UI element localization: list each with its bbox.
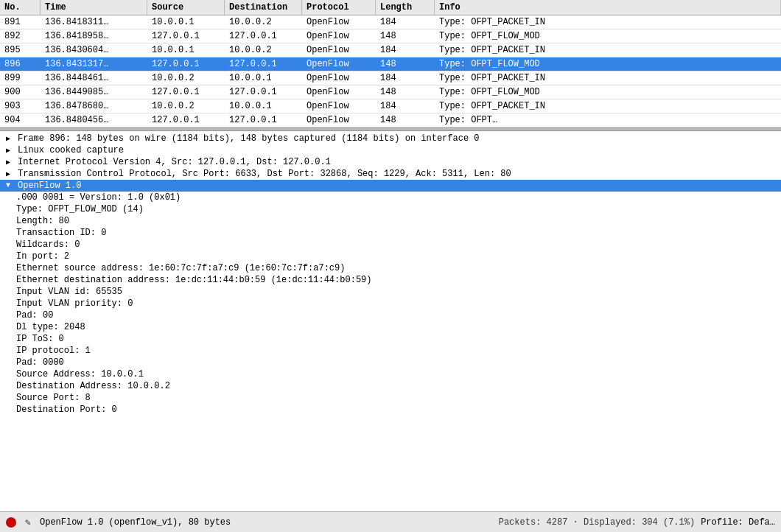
cell-dest: 10.0.0.1: [225, 71, 302, 85]
of-field-line: Wildcards: 0: [0, 239, 781, 251]
of-field-line: Ethernet source address: 1e:60:7c:7f:a7:…: [0, 262, 781, 274]
cell-no: 892: [0, 29, 41, 43]
linux-text: Linux cooked capture: [18, 145, 775, 155]
cell-len: 184: [376, 71, 435, 85]
tcp-text: Transmission Control Protocol, Src Port:…: [18, 169, 775, 179]
col-protocol: Protocol: [302, 0, 376, 15]
status-profile: Profile: Defa…: [701, 517, 775, 528]
of-field-line: Source Port: 8: [0, 392, 781, 404]
cell-dest: 127.0.0.1: [225, 113, 302, 127]
cell-info: Type: OFPT_FLOW_MOD: [435, 57, 781, 71]
cell-len: 148: [376, 85, 435, 99]
linux-row[interactable]: ▶ Linux cooked capture: [0, 144, 781, 156]
linux-expand-icon: ▶: [6, 146, 16, 155]
table-row[interactable]: 903136.8478680…10.0.0.210.0.0.1OpenFlow1…: [0, 99, 781, 113]
cell-time: 136.8480456…: [41, 113, 147, 127]
capture-stop-button[interactable]: [6, 517, 16, 528]
cell-info: Type: OFPT_PACKET_IN: [435, 99, 781, 113]
cell-info: Type: OFPT…: [435, 113, 781, 127]
cell-time: 136.8430604…: [41, 43, 147, 57]
of-field-line: Destination Port: 0: [0, 404, 781, 416]
of-field-line: Destination Address: 10.0.0.2: [0, 380, 781, 392]
cell-info: Type: OFPT_PACKET_IN: [435, 15, 781, 29]
table-row[interactable]: 899136.8448461…10.0.0.210.0.0.1OpenFlow1…: [0, 71, 781, 85]
col-info: Info: [435, 0, 781, 15]
cell-source: 10.0.0.2: [147, 71, 225, 85]
tcp-row[interactable]: ▶ Transmission Control Protocol, Src Por…: [0, 168, 781, 180]
cell-dest: 127.0.0.1: [225, 29, 302, 43]
cell-time: 136.8449085…: [41, 85, 147, 99]
cell-info: Type: OFPT_FLOW_MOD: [435, 29, 781, 43]
table-row[interactable]: 895136.8430604…10.0.0.110.0.0.2OpenFlow1…: [0, 43, 781, 57]
cell-source: 10.0.0.1: [147, 15, 225, 29]
of-field-line: Pad: 0000: [0, 357, 781, 368]
openflow-row[interactable]: ▼ OpenFlow 1.0: [0, 180, 781, 192]
cell-time: 136.8418311…: [41, 15, 147, 29]
table-row[interactable]: 904136.8480456…127.0.0.1127.0.0.1OpenFlo…: [0, 113, 781, 127]
cell-time: 136.8448461…: [41, 71, 147, 85]
cell-dest: 127.0.0.1: [225, 57, 302, 71]
cell-proto: OpenFlow: [302, 99, 376, 113]
cell-len: 184: [376, 15, 435, 29]
of-field-line: Type: OFPT_FLOW_MOD (14): [0, 203, 781, 215]
cell-info: Type: OFPT_FLOW_MOD: [435, 85, 781, 99]
openflow-fields: .000 0001 = Version: 1.0 (0x01)Type: OFP…: [0, 192, 781, 416]
col-source: Source: [147, 0, 225, 15]
cell-source: 127.0.0.1: [147, 57, 225, 71]
of-field-line: Ethernet destination address: 1e:dc:11:4…: [0, 274, 781, 286]
cell-no: 895: [0, 43, 41, 57]
status-bar: ✎ OpenFlow 1.0 (openflow_v1), 80 bytes P…: [0, 511, 781, 532]
of-field-line: .000 0001 = Version: 1.0 (0x01): [0, 192, 781, 203]
cell-len: 148: [376, 29, 435, 43]
cell-source: 10.0.0.2: [147, 99, 225, 113]
cell-dest: 10.0.0.2: [225, 15, 302, 29]
status-file-info: OpenFlow 1.0 (openflow_v1), 80 bytes: [40, 517, 493, 528]
cell-time: 136.8431317…: [41, 57, 147, 71]
of-field-line: Pad: 00: [0, 309, 781, 321]
packet-list: No. Time Source Destination Protocol Len…: [0, 0, 781, 127]
cell-no: 896: [0, 57, 41, 71]
cell-proto: OpenFlow: [302, 29, 376, 43]
col-destination: Destination: [225, 0, 302, 15]
cell-proto: OpenFlow: [302, 57, 376, 71]
cell-len: 184: [376, 43, 435, 57]
table-row[interactable]: 900136.8449085…127.0.0.1127.0.0.1OpenFlo…: [0, 85, 781, 99]
edit-icon[interactable]: ✎: [22, 517, 34, 528]
of-field-line: In port: 2: [0, 251, 781, 262]
cell-source: 127.0.0.1: [147, 113, 225, 127]
cell-proto: OpenFlow: [302, 15, 376, 29]
cell-no: 904: [0, 113, 41, 127]
cell-no: 899: [0, 71, 41, 85]
cell-time: 136.8478680…: [41, 99, 147, 113]
cell-info: Type: OFPT_PACKET_IN: [435, 43, 781, 57]
of-field-line: IP ToS: 0: [0, 333, 781, 345]
col-length: Length: [376, 0, 435, 15]
cell-source: 10.0.0.1: [147, 43, 225, 57]
of-field-line: Source Address: 10.0.0.1: [0, 368, 781, 380]
cell-proto: OpenFlow: [302, 71, 376, 85]
table-header: No. Time Source Destination Protocol Len…: [0, 0, 781, 15]
table-row[interactable]: 896136.8431317…127.0.0.1127.0.0.1OpenFlo…: [0, 57, 781, 71]
of-field-line: Length: 80: [0, 215, 781, 227]
openflow-expand-icon: ▼: [6, 181, 16, 189]
cell-source: 127.0.0.1: [147, 29, 225, 43]
frame-row[interactable]: ▶ Frame 896: 148 bytes on wire (1184 bit…: [0, 133, 781, 144]
cell-proto: OpenFlow: [302, 113, 376, 127]
of-field-line: Transaction ID: 0: [0, 227, 781, 239]
table-row[interactable]: 891136.8418311…10.0.0.110.0.0.2OpenFlow1…: [0, 15, 781, 29]
col-time: Time: [41, 0, 147, 15]
cell-len: 148: [376, 57, 435, 71]
ip-row[interactable]: ▶ Internet Protocol Version 4, Src: 127.…: [0, 156, 781, 168]
cell-time: 136.8418958…: [41, 29, 147, 43]
of-field-line: Input VLAN id: 65535: [0, 286, 781, 298]
detail-panel: ▶ Frame 896: 148 bytes on wire (1184 bit…: [0, 130, 781, 511]
ip-text: Internet Protocol Version 4, Src: 127.0.…: [18, 157, 775, 167]
status-stats: Packets: 4287 · Displayed: 304 (7.1%): [499, 517, 695, 528]
cell-no: 891: [0, 15, 41, 29]
cell-no: 900: [0, 85, 41, 99]
cell-source: 127.0.0.1: [147, 85, 225, 99]
tcp-expand-icon: ▶: [6, 169, 16, 178]
table-row[interactable]: 892136.8418958…127.0.0.1127.0.0.1OpenFlo…: [0, 29, 781, 43]
cell-proto: OpenFlow: [302, 43, 376, 57]
of-field-line: IP protocol: 1: [0, 345, 781, 357]
